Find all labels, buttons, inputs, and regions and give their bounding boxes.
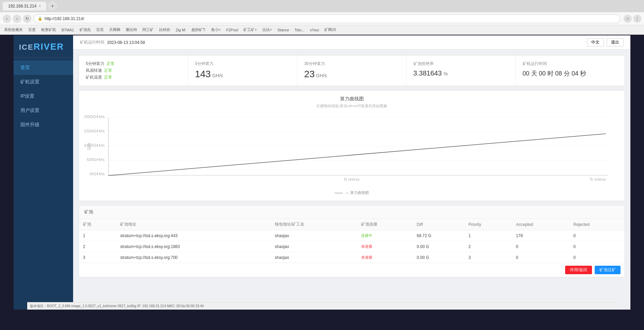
pool-rejected-1: 0 <box>569 230 625 241</box>
bookmark-item[interactable]: 比特价 <box>158 27 172 33</box>
bookmark-item[interactable]: 聚比特 <box>124 27 138 33</box>
bookmark-item[interactable]: 矿网25 <box>323 27 337 33</box>
footer-bar: 版本项目：BOOT_2_0.MN image_1.0.0627_v1_ks0mi… <box>73 302 617 310</box>
browser-tab[interactable]: 192.168.31.214 × <box>3 2 46 11</box>
reload-button[interactable]: ↻ <box>23 15 31 23</box>
bookmark-item[interactable]: xYoui <box>309 27 321 33</box>
browser-actions: ☆ ⋮ <box>624 15 641 23</box>
address-bar[interactable]: 🔒 http://192.168.31.214/ <box>33 14 620 23</box>
col-header-rejected: Rejected <box>569 219 625 230</box>
pool-priority-2: 2 <box>464 241 512 252</box>
pool-connection-2: 未连接 <box>357 241 413 252</box>
bookmark-item[interactable]: 系统收藏夹 <box>3 27 24 33</box>
connection-status-3: 未连接 <box>361 255 372 259</box>
bookmark-item[interactable]: 鱼小+ <box>210 27 222 33</box>
hashrate-5min-number: 143 <box>195 69 211 80</box>
bookmark-item[interactable]: Stance <box>276 27 290 33</box>
nav-label-home: 首页 <box>20 65 30 70</box>
fan-label: 风扇转速 <box>86 68 102 73</box>
sidebar: ICERIVER 首页 矿机设置 IP设置 用户设置 固件升级 <box>14 35 73 310</box>
col-header-address: 矿池地址 <box>116 219 271 230</box>
menu-icon[interactable]: ⋮ <box>633 15 641 23</box>
bookmark-item[interactable]: 比比+ <box>261 27 273 33</box>
back-button[interactable]: ‹ <box>3 15 11 23</box>
stat-card-runtime: 矿机运行时间 00 天 00 时 08 分 04 秒 <box>516 55 625 86</box>
bookmark-item[interactable]: 检查矿机 <box>40 27 57 33</box>
bookmark-item[interactable]: 矿池先 <box>78 27 92 33</box>
bookmark-item[interactable]: Tsto... <box>293 27 306 33</box>
bookmark-item[interactable]: 百度 <box>27 27 37 33</box>
col-header-wallet: 钱包地址/矿工名 <box>271 219 357 230</box>
rejection-unit: % <box>444 71 448 77</box>
language-button[interactable]: 中文 <box>587 38 604 47</box>
hashrate-5min-unit: GH/s <box>212 73 223 78</box>
svg-text:0GH/s: 0GH/s <box>89 172 105 176</box>
pool-wallet-2: shaojao <box>271 241 357 252</box>
bookmark-item[interactable]: BTMA1 <box>60 27 75 33</box>
nav-label-miner-settings: 矿机设置 <box>20 79 39 84</box>
pool-id-3: 3 <box>79 252 116 263</box>
stat-title-5min: 5分钟算力 <box>195 61 290 67</box>
hashrate-30min-unit: GH/s <box>316 73 327 78</box>
stat-card-status: 5分钟算力 正常 风扇转速 正常 矿机温度 正常 <box>79 55 188 86</box>
pool-address-1: stratum+tcp://lsd.s.eksy.org:443 <box>116 230 271 241</box>
delete-button[interactable]: 停用/返回 <box>565 266 592 274</box>
stat-value-rejection: 3.381643 % <box>413 69 509 77</box>
logout-button[interactable]: 退出 <box>607 38 624 47</box>
bookmark-item[interactable]: 矿工矿+ <box>242 27 258 33</box>
stat-card-30min: 30分钟算力 23 GH/s <box>297 55 406 86</box>
pool-wallet-1: shaojao <box>271 230 357 241</box>
bookmark-item[interactable]: Zig M: <box>174 27 188 33</box>
bookmark-item[interactable]: F2Pool <box>225 27 239 33</box>
sidebar-item-ip-settings[interactable]: IP设置 <box>14 89 73 103</box>
status-temp: 矿机温度 正常 <box>86 75 181 80</box>
bookmark-item[interactable]: 阿三矿 <box>141 27 155 33</box>
pool-diff-2: 0.00 G <box>413 241 464 252</box>
pool-priority-1: 1 <box>464 230 512 241</box>
legend-line-icon <box>335 193 343 193</box>
rejection-number: 3.381643 <box>413 69 442 77</box>
fan-status: 正常 <box>104 68 112 73</box>
col-header-priority: Priority <box>464 219 512 230</box>
logo: ICERIVER <box>19 42 68 52</box>
col-header-diff: Diff <box>413 219 464 230</box>
pool-diff-3: 0.00 G <box>413 252 464 263</box>
stat-title-rejection: 矿池拒绝率 <box>413 61 509 67</box>
browser-tabs: 192.168.31.214 × + <box>0 0 644 12</box>
chart-subtitle: 左键拖动缩放,双击ctrl+m可恢复到原始图象 <box>84 103 619 109</box>
table-row: 3 stratum+tcp://lsd.s.eksy.org:700 shaoj… <box>79 252 625 263</box>
stat-value-5min: 143 GH/s <box>195 69 290 80</box>
logo-area: ICERIVER <box>14 35 73 58</box>
forward-button[interactable]: › <box>13 15 21 23</box>
bookmark-star-icon[interactable]: ☆ <box>624 15 632 23</box>
browser-nav: ‹ › ↻ 🔒 http://192.168.31.214/ ☆ ⋮ <box>0 12 644 25</box>
pool-table: 矿池 矿池地址 钱包地址/矿工名 矿池连接 Diff Priority Acce… <box>79 219 625 263</box>
new-tab-button[interactable]: + <box>48 1 57 11</box>
sidebar-item-home[interactable]: 首页 <box>14 61 73 75</box>
content-header: 矿机运行时间 2023-08-13 13:04:58 中文 退出 <box>73 35 630 50</box>
nav-menu: 首页 矿机设置 IP设置 用户设置 固件升级 <box>14 58 73 310</box>
chart-svg: 200GH/s 150GH/s 100GH/s 50GH/s 0GH/s GH/… <box>84 113 619 187</box>
table-actions: 停用/返回 矿池过矿 <box>79 263 625 277</box>
save-button[interactable]: 矿池过矿 <box>595 266 621 274</box>
nav-label-firmware: 固件升级 <box>20 122 39 127</box>
bookmark-item[interactable]: 超的矿T: <box>190 27 207 33</box>
sidebar-item-miner-settings[interactable]: 矿机设置 <box>14 75 73 89</box>
svg-text:GH/s: GH/s <box>86 143 92 150</box>
tab-close-icon[interactable]: × <box>38 4 41 9</box>
pool-priority-3: 3 <box>464 252 512 263</box>
address-text: http://192.168.31.214/ <box>45 16 84 21</box>
footer-text: 版本项目：BOOT_2_0.MN image_1.0.0627_v1_ks0mi… <box>73 304 204 309</box>
bookmark-item[interactable]: 百页 <box>95 27 105 33</box>
sidebar-item-user-settings[interactable]: 用户设置 <box>14 103 73 118</box>
stat-value-runtime: 00 天 00 时 08 分 04 秒 <box>523 69 618 78</box>
table-header-row: 矿池 矿池地址 钱包地址/矿工名 矿池连接 Diff Priority Acce… <box>79 219 625 230</box>
bookmark-item[interactable]: 天网网 <box>108 27 122 33</box>
status-fan: 风扇转速 正常 <box>86 68 181 73</box>
svg-text:50GH/s: 50GH/s <box>86 158 105 162</box>
pool-section: 矿池 矿池 矿池地址 钱包地址/矿工名 矿池连接 Diff Priority A… <box>79 205 625 277</box>
sidebar-item-firmware[interactable]: 固件升级 <box>14 118 73 132</box>
svg-text:150GH/s: 150GH/s <box>84 129 105 133</box>
nav-label-ip-settings: IP设置 <box>20 93 34 99</box>
pool-connection-3: 未连接 <box>357 252 413 263</box>
